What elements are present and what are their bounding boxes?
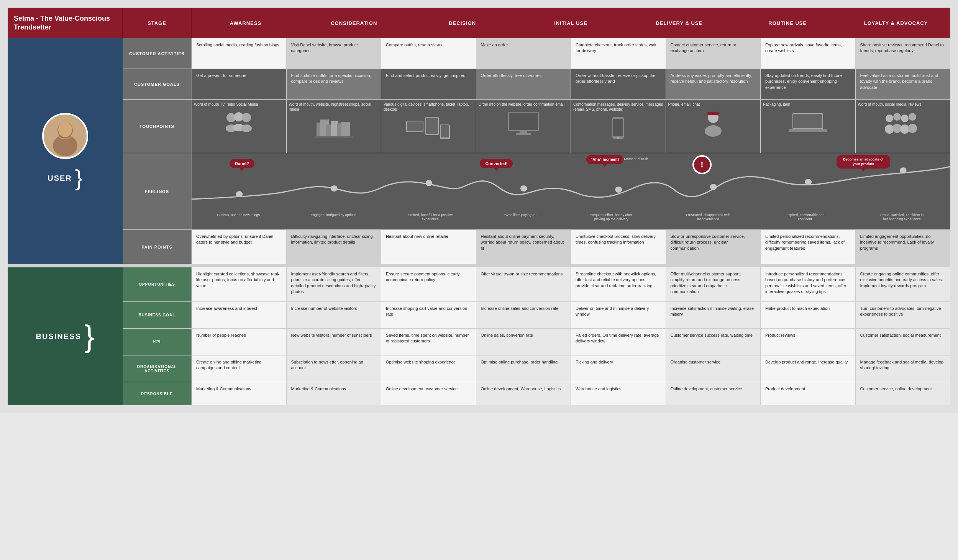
org-cell-7: Manage feedback and social media, develo… bbox=[856, 355, 951, 382]
svg-point-3 bbox=[58, 122, 72, 137]
header-initial-use: INITIAL USE bbox=[517, 8, 625, 38]
kpi-cell-7: Customer satisfaction, social measuremen… bbox=[856, 329, 951, 355]
opp-cell-1: Implement user-friendly search and filte… bbox=[287, 267, 382, 301]
user-grid: CUSTOMER ACTIVITIES Scrolling social med… bbox=[123, 38, 950, 264]
user-brace-icon: } bbox=[75, 167, 83, 190]
kpi-cell-5: Customer service success rate, waiting t… bbox=[666, 329, 761, 355]
business-section-wrapper: BUSINESS } OPPORTUNITIES Highlight curat… bbox=[8, 267, 950, 405]
pain-cell-6: Limited personalized recommendations, di… bbox=[761, 230, 856, 264]
svg-rect-16 bbox=[315, 136, 353, 138]
header-awareness-label: AWARNESS bbox=[230, 20, 261, 26]
people-group-icon bbox=[858, 108, 948, 136]
activities-cell-2: Compare outfits, read reviews bbox=[381, 38, 476, 69]
responsible-label: RESPONSIBLE bbox=[141, 392, 173, 396]
opp-cell-0: Highlight curated collections, showcase … bbox=[192, 267, 287, 301]
svg-rect-32 bbox=[707, 112, 719, 115]
svg-rect-24 bbox=[509, 113, 538, 130]
header-loyalty: LOYALTY & ADVOCACY bbox=[842, 8, 950, 38]
user-panel: USER } bbox=[8, 38, 123, 264]
header-consideration-label: CONSIDERATION bbox=[331, 20, 377, 26]
business-brace-icon: } bbox=[84, 321, 95, 352]
header-routine: ROUTINE USE bbox=[733, 8, 842, 38]
goals-cell-2: Find and select product easily, get insp… bbox=[381, 69, 476, 99]
touchpoints-text-6: Packaging, item bbox=[763, 102, 790, 107]
goals-row: CUSTOMER GOALS Get a present for someone… bbox=[123, 69, 950, 100]
svg-point-42 bbox=[909, 113, 916, 121]
touchpoints-text-5: Phone, email, chat bbox=[668, 102, 700, 107]
resp-cell-7: Customer service, online development bbox=[856, 382, 951, 405]
business-label: BUSINESS bbox=[36, 332, 81, 341]
feeling-bubble-1: Converted! bbox=[480, 159, 513, 168]
touchpoints-text-3: Order info on the website, order confirm… bbox=[479, 102, 565, 107]
touchpoints-label: TOUCHPOINTS bbox=[139, 124, 174, 129]
kpi-cell-6: Product reviews bbox=[761, 329, 856, 355]
activities-label-cell: CUSTOMER ACTIVITIES bbox=[123, 38, 192, 69]
service-person-icon bbox=[668, 108, 758, 138]
kpi-cell-4: Failed orders, On time delivery rate, av… bbox=[571, 329, 666, 355]
activities-cell-4: Complete checkout, track order status, w… bbox=[571, 38, 666, 69]
business-grid: OPPORTUNITIES Highlight curated collecti… bbox=[123, 267, 950, 405]
svg-point-44 bbox=[236, 191, 243, 197]
activities-row: CUSTOMER ACTIVITIES Scrolling social med… bbox=[123, 38, 950, 69]
pain-cell-3: Hesitant about online payment security, … bbox=[476, 230, 571, 264]
header-decision: DECISION bbox=[408, 8, 517, 38]
org-activities-label-cell: ORGANISATIONAL ACTIVITIES bbox=[123, 355, 192, 382]
svg-point-9 bbox=[241, 124, 252, 132]
business-panel: BUSINESS } bbox=[8, 267, 123, 405]
svg-point-51 bbox=[900, 167, 907, 174]
goals-label-cell: CUSTOMER GOALS bbox=[123, 69, 192, 99]
kpi-cell-2: Saved items, time spent on website, numb… bbox=[381, 329, 476, 355]
svg-rect-20 bbox=[426, 118, 438, 134]
opportunities-row: OPPORTUNITIES Highlight curated collecti… bbox=[123, 267, 950, 302]
header-initial-use-label: INITIAL USE bbox=[554, 20, 587, 26]
activities-label: CUSTOMER ACTIVITIES bbox=[129, 51, 185, 56]
svg-point-31 bbox=[705, 125, 722, 137]
org-cell-6: Develop product and range, increase qual… bbox=[761, 355, 856, 382]
touchpoints-cell-0: Word of mouth TV, radio Social Media bbox=[192, 100, 287, 153]
org-activities-row: ORGANISATIONAL ACTIVITIES Create online … bbox=[123, 355, 950, 382]
svg-rect-25 bbox=[520, 131, 527, 133]
feeling-bubble-0: Danel? bbox=[230, 159, 254, 168]
svg-rect-28 bbox=[613, 119, 623, 136]
header-delivery-label: DELIVERY & USE bbox=[656, 20, 703, 26]
goals-cell-3: Order effortlessly, free of worries bbox=[476, 69, 571, 99]
goals-cell-6: Stay updated on trends, easily find futu… bbox=[761, 69, 856, 99]
bgoal-cell-4: Deliver on time and minimise a delivery … bbox=[571, 302, 666, 328]
feelings-label: FEELINGS bbox=[145, 189, 169, 194]
touchpoints-cell-7: Word of mouth, social media, reviews bbox=[856, 100, 951, 153]
touchpoints-cell-4: Conformation messages, delivery service,… bbox=[571, 100, 666, 153]
bgoal-cell-6: Make product to mach expectation bbox=[761, 302, 856, 328]
user-avatar bbox=[42, 113, 88, 159]
phone-icon bbox=[573, 113, 663, 143]
bgoal-cell-0: Increase awareness and interest bbox=[192, 302, 287, 328]
org-cell-0: Create online and offline marketing camp… bbox=[192, 355, 287, 382]
header-row: Selma - The Value-Conscious Trendsetter … bbox=[8, 8, 950, 38]
bgoal-cell-3: Increase online sales and conversion rat… bbox=[476, 302, 571, 328]
user-section-wrapper: USER } CUSTOMER ACTIVITIES Scrolling soc… bbox=[8, 38, 950, 264]
laptop-icon bbox=[763, 108, 853, 134]
opp-cell-5: Offer multi-channel customer support, si… bbox=[666, 267, 761, 301]
resp-cell-5: Online development, customer service bbox=[666, 382, 761, 405]
touchpoints-row: TOUCHPOINTS Word of mouth TV, radio Soci… bbox=[123, 100, 950, 153]
business-goal-label-cell: BUSINESS GOAL bbox=[123, 302, 192, 328]
svg-rect-22 bbox=[441, 125, 449, 138]
svg-point-8 bbox=[242, 113, 251, 122]
activities-cell-0: Scrolling social media, reading fashion … bbox=[192, 38, 287, 69]
goals-cell-4: Order without hassle, receive or pickup … bbox=[571, 69, 666, 99]
bgoal-cell-1: Increase number of website visitors bbox=[287, 302, 382, 328]
opp-cell-3: Offer virtual try-on or size recommendat… bbox=[476, 267, 571, 301]
business-goal-label: BUSINESS GOAL bbox=[139, 313, 176, 317]
svg-point-49 bbox=[710, 184, 717, 190]
feelings-chart-area: Danel? Converted! "Aha" moment! bbox=[192, 153, 950, 229]
bgoal-cell-2: Increase shoping cart value and conversi… bbox=[381, 302, 476, 328]
activities-cell-5: Contact customer service, return or exch… bbox=[666, 38, 761, 69]
activities-cell-3: Make an order bbox=[476, 38, 571, 69]
pain-cell-2: Hesitant about new online retailer bbox=[381, 230, 476, 264]
svg-point-29 bbox=[617, 137, 619, 139]
exclamation-icon: ! bbox=[692, 155, 712, 174]
section-divider bbox=[8, 264, 950, 267]
kpi-label-cell: KPI bbox=[123, 329, 192, 355]
feeling-bubble-2: "Aha" moment! bbox=[586, 155, 623, 164]
resp-cell-6: Product development bbox=[761, 382, 856, 405]
opportunities-label: OPPORTUNITIES bbox=[139, 282, 175, 287]
